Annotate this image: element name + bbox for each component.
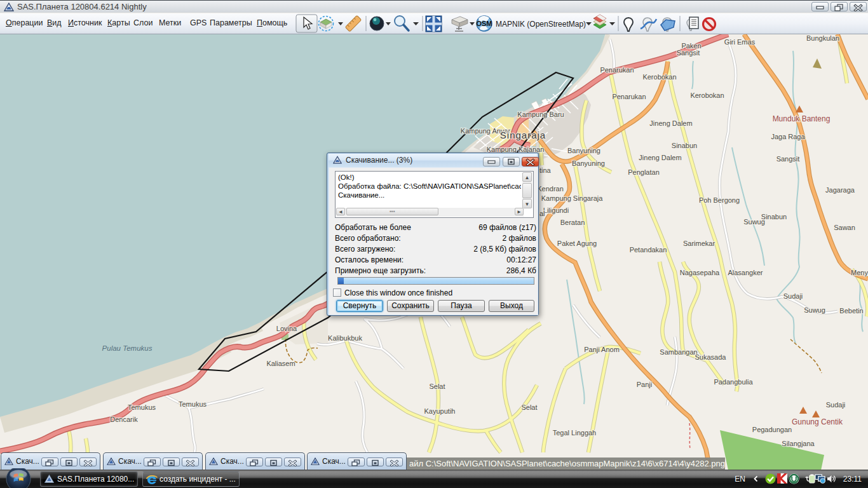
svg-text:Padangbulia: Padangbulia (714, 378, 753, 386)
svg-text:Kalibukbuk: Kalibukbuk (328, 334, 362, 342)
svg-text:Selat: Selat (429, 383, 445, 390)
svg-text:Alasangker: Alasangker (728, 269, 763, 276)
svg-text:Sukasada: Sukasada (695, 353, 727, 361)
svg-text:Sambangan: Sambangan (660, 348, 697, 356)
svg-text:Suwug: Suwug (743, 218, 765, 226)
svg-text:Tegal Linggah: Tegal Linggah (553, 429, 597, 437)
svg-text:Suwug: Suwug (804, 306, 825, 314)
svg-text:Kerobokan: Kerobokan (690, 92, 724, 99)
svg-text:Nagasepaha: Nagasepaha (680, 269, 720, 276)
svg-text:Kampung Baru: Kampung Baru (517, 111, 564, 118)
svg-text:tina: tina (539, 166, 552, 174)
svg-text:Lovina: Lovina (276, 325, 297, 332)
svg-text:Singaraja: Singaraja (500, 130, 546, 140)
svg-text:Temukus: Temukus (179, 400, 207, 408)
svg-text:Jineng Dalem: Jineng Dalem (649, 119, 692, 127)
svg-text:Paket Agung: Paket Agung (557, 240, 597, 247)
svg-text:Munduk Banteng: Munduk Banteng (773, 114, 831, 123)
svg-text:Kampung Singaraja: Kampung Singaraja (541, 194, 604, 202)
svg-text:al: al (539, 210, 545, 217)
svg-text:Menyali: Menyali (851, 269, 868, 276)
svg-text:Pegadungan: Pegadungan (752, 426, 792, 433)
svg-text:Bebetin: Bebetin (839, 307, 863, 315)
svg-text:Jineng Dalem: Jineng Dalem (639, 154, 681, 161)
svg-text:Penarukan: Penarukan (600, 66, 634, 74)
svg-text:Selat: Selat (521, 403, 537, 411)
svg-text:Sinabun: Sinabun (761, 213, 787, 220)
svg-text:Bungkulan: Bungkulan (806, 34, 839, 42)
svg-text:Kendran: Kendran (537, 185, 564, 193)
svg-text:Panji Anom: Panji Anom (584, 346, 620, 353)
svg-text:Kayuputih: Kayuputih (424, 407, 456, 415)
svg-text:Banyuning: Banyuning (567, 147, 600, 154)
svg-text:Pulau Temukus: Pulau Temukus (102, 344, 153, 352)
svg-text:Sangsit: Sangsit (776, 155, 800, 163)
svg-text:Sinabun: Sinabun (672, 142, 697, 149)
svg-text:Kaliasem: Kaliasem (266, 360, 295, 367)
svg-text:Poh Bergong: Poh Bergong (699, 196, 740, 204)
svg-text:Silangjana: Silangjana (782, 440, 815, 447)
svg-text:Petandakan: Petandakan (630, 246, 667, 254)
svg-text:MAPNIK (OpenStreetMap): MAPNIK (OpenStreetMap) (496, 20, 586, 29)
svg-text:Sangsit: Sangsit (677, 49, 700, 57)
svg-text:Panji: Panji (637, 381, 652, 388)
svg-text:Sarimekar: Sarimekar (683, 240, 715, 247)
svg-text:Banyuning: Banyuning (572, 159, 605, 167)
svg-text:Liligundi: Liligundi (543, 207, 569, 214)
svg-text:Sudaji: Sudaji (783, 292, 803, 300)
svg-text:OSM: OSM (476, 20, 492, 27)
svg-text:Giri Emas: Giri Emas (724, 38, 756, 46)
svg-text:Jagaraga: Jagaraga (825, 186, 855, 194)
svg-text:Temukus: Temukus (128, 403, 156, 411)
svg-text:Gunung Centik: Gunung Centik (792, 417, 843, 426)
svg-text:Beratan: Beratan (560, 219, 585, 226)
svg-text:Jaga Raga: Jaga Raga (771, 133, 805, 140)
svg-text:Sawan: Sawan (834, 224, 855, 231)
svg-text:Kerobokan: Kerobokan (642, 73, 676, 81)
svg-text:Penglatan: Penglatan (628, 168, 660, 176)
svg-text:Dencarik: Dencarik (110, 416, 138, 423)
svg-text:Sudaji: Sudaji (826, 401, 846, 409)
svg-text:Penarukan: Penarukan (612, 93, 646, 100)
